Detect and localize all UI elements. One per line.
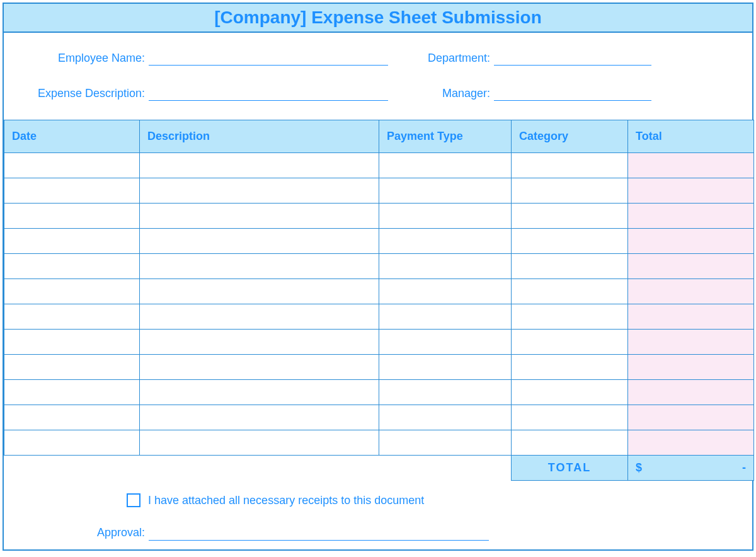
cell-total[interactable]: [628, 153, 754, 178]
cell-payment_type[interactable]: [379, 380, 512, 405]
cell-description[interactable]: [140, 204, 379, 229]
cell-total[interactable]: [628, 204, 754, 229]
cell-date[interactable]: [4, 204, 140, 229]
cell-date[interactable]: [4, 178, 140, 204]
cell-payment_type[interactable]: [379, 254, 512, 279]
cell-category[interactable]: [512, 229, 628, 254]
department-label: Department:: [425, 52, 494, 65]
cell-total[interactable]: [628, 330, 754, 355]
table-row: [4, 330, 754, 355]
receipts-checkbox[interactable]: [127, 493, 140, 507]
cell-category[interactable]: [512, 279, 628, 304]
cell-date[interactable]: [4, 254, 140, 279]
cell-payment_type[interactable]: [379, 178, 512, 204]
cell-payment_type[interactable]: [379, 229, 512, 254]
cell-description[interactable]: [140, 330, 379, 355]
expense-description-label: Expense Description:: [16, 87, 149, 100]
table-row: [4, 254, 754, 279]
cell-description[interactable]: [140, 380, 379, 405]
cell-payment_type[interactable]: [379, 204, 512, 229]
expense-table: Date Description Payment Type Category T…: [4, 120, 754, 481]
grand-total-value: $ -: [628, 456, 754, 481]
cell-category[interactable]: [512, 254, 628, 279]
cell-category[interactable]: [512, 153, 628, 178]
cell-category[interactable]: [512, 178, 628, 204]
cell-payment_type[interactable]: [379, 330, 512, 355]
footer-area: I have attached all necessary receipts t…: [4, 481, 752, 549]
table-row: [4, 355, 754, 380]
cell-description[interactable]: [140, 254, 379, 279]
table-row: [4, 204, 754, 229]
cell-date[interactable]: [4, 405, 140, 430]
col-description: Description: [140, 120, 379, 153]
page-title: [Company] Expense Sheet Submission: [4, 4, 752, 33]
expense-description-input[interactable]: [149, 87, 388, 101]
cell-date[interactable]: [4, 430, 140, 456]
approval-input[interactable]: [149, 527, 489, 541]
col-date: Date: [4, 120, 140, 153]
employee-name-label: Employee Name:: [16, 52, 149, 65]
cell-description[interactable]: [140, 304, 379, 330]
cell-date[interactable]: [4, 279, 140, 304]
cell-date[interactable]: [4, 380, 140, 405]
cell-description[interactable]: [140, 279, 379, 304]
header-fields: Employee Name: Department: Expense Descr…: [4, 33, 752, 120]
cell-total[interactable]: [628, 380, 754, 405]
cell-total[interactable]: [628, 405, 754, 430]
cell-date[interactable]: [4, 330, 140, 355]
cell-payment_type[interactable]: [379, 279, 512, 304]
cell-payment_type[interactable]: [379, 304, 512, 330]
col-total: Total: [628, 120, 754, 153]
expense-sheet: [Company] Expense Sheet Submission Emplo…: [3, 3, 753, 551]
table-row: [4, 178, 754, 204]
cell-category[interactable]: [512, 304, 628, 330]
col-payment-type: Payment Type: [379, 120, 512, 153]
manager-label: Manager:: [425, 87, 494, 100]
cell-total[interactable]: [628, 304, 754, 330]
cell-payment_type[interactable]: [379, 355, 512, 380]
cell-category[interactable]: [512, 204, 628, 229]
cell-payment_type[interactable]: [379, 430, 512, 456]
cell-description[interactable]: [140, 430, 379, 456]
cell-description[interactable]: [140, 405, 379, 430]
cell-payment_type[interactable]: [379, 153, 512, 178]
cell-date[interactable]: [4, 229, 140, 254]
cell-category[interactable]: [512, 355, 628, 380]
grand-total-amount: -: [742, 461, 746, 474]
employee-name-input[interactable]: [149, 52, 388, 66]
cell-total[interactable]: [628, 229, 754, 254]
brand-area: ClickTime Free use content provided by C…: [3, 551, 753, 557]
cell-date[interactable]: [4, 355, 140, 380]
attestation-text: I have attached all necessary receipts t…: [148, 494, 424, 507]
cell-date[interactable]: [4, 153, 140, 178]
department-input[interactable]: [494, 52, 651, 66]
cell-total[interactable]: [628, 178, 754, 204]
approval-label: Approval:: [16, 526, 149, 539]
table-row: [4, 153, 754, 178]
cell-category[interactable]: [512, 430, 628, 456]
table-header-row: Date Description Payment Type Category T…: [4, 120, 754, 153]
grand-total-currency: $: [636, 461, 642, 474]
cell-description[interactable]: [140, 153, 379, 178]
table-row: [4, 279, 754, 304]
cell-description[interactable]: [140, 355, 379, 380]
cell-description[interactable]: [140, 178, 379, 204]
cell-description[interactable]: [140, 229, 379, 254]
col-category: Category: [512, 120, 628, 153]
grand-total-label: TOTAL: [512, 456, 628, 481]
cell-category[interactable]: [512, 380, 628, 405]
table-row: [4, 405, 754, 430]
manager-input[interactable]: [494, 87, 651, 101]
cell-date[interactable]: [4, 304, 140, 330]
cell-total[interactable]: [628, 355, 754, 380]
grand-total-row: TOTAL $ -: [4, 456, 754, 481]
cell-total[interactable]: [628, 254, 754, 279]
cell-category[interactable]: [512, 405, 628, 430]
cell-payment_type[interactable]: [379, 405, 512, 430]
cell-total[interactable]: [628, 279, 754, 304]
table-row: [4, 229, 754, 254]
cell-category[interactable]: [512, 330, 628, 355]
table-row: [4, 304, 754, 330]
table-row: [4, 430, 754, 456]
cell-total[interactable]: [628, 430, 754, 456]
